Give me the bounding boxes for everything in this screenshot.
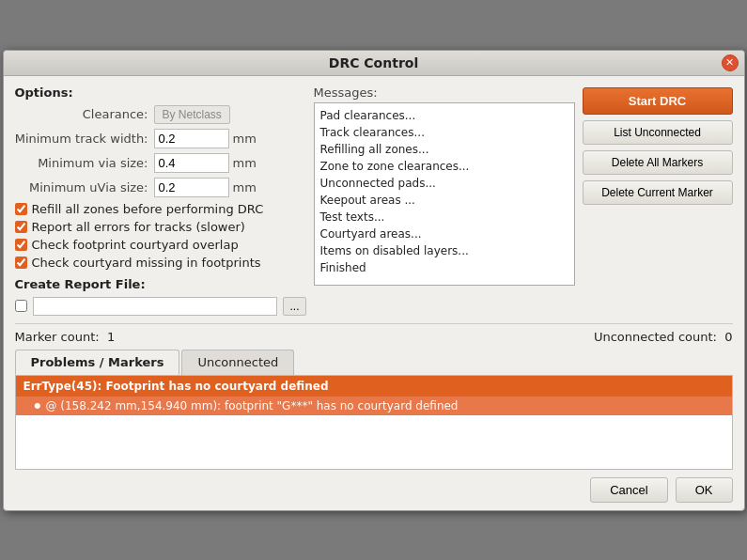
report-file-checkbox[interactable] (15, 300, 27, 312)
check-courtyard-label: Check footprint courtyard overlap (32, 238, 239, 252)
error-sub-item: ● @ (158.242 mm,154.940 mm): footprint "… (16, 397, 732, 415)
checkbox-row-0: Refill all zones before performing DRC (15, 202, 306, 216)
tabs-row: Problems / Markers Unconnected (15, 350, 733, 376)
messages-box[interactable]: Pad clearances... Track clearances... Re… (314, 102, 575, 286)
msg-9: Finished (320, 259, 568, 276)
min-via-size-row: Minimum via size: mm (15, 153, 306, 173)
report-browse-button[interactable]: ... (283, 297, 305, 316)
unconnected-count-value: 0 (724, 330, 732, 344)
min-uvia-size-row: Minimum uVia size: mm (15, 178, 306, 197)
cancel-button[interactable]: Cancel (590, 477, 667, 503)
msg-4: Unconnected pads... (320, 175, 568, 192)
min-uvia-size-input[interactable] (154, 178, 229, 197)
check-courtyard-missing-checkbox[interactable] (15, 257, 27, 269)
checkbox-row-2: Check footprint courtyard overlap (15, 238, 306, 252)
min-track-width-input[interactable] (154, 129, 229, 148)
marker-count-row: Marker count: 1 (15, 330, 116, 344)
title-bar: DRC Control ✕ (4, 51, 744, 76)
marker-count-value: 1 (107, 330, 115, 344)
msg-1: Track clearances... (320, 124, 568, 141)
messages-label: Messages: (314, 86, 575, 100)
options-label: Options: (15, 86, 306, 100)
report-section: Create Report File: ... (15, 277, 306, 316)
checkbox-row-3: Check courtyard missing in footprints (15, 256, 306, 270)
unconnected-count-label: Unconnected count: (594, 330, 717, 344)
refill-zones-checkbox[interactable] (15, 203, 27, 215)
clearance-row: Clearance: By Netclass (15, 105, 306, 124)
error-item-bold-text: ErrType(45): Footprint has no courtyard … (23, 380, 329, 393)
middle-panel: Messages: Pad clearances... Track cleara… (314, 86, 575, 316)
msg-3: Zone to zone clearances... (320, 158, 568, 175)
msg-8: Items on disabled layers... (320, 242, 568, 259)
msg-2: Refilling all zones... (320, 141, 568, 158)
refill-zones-label: Refill all zones before performing DRC (32, 202, 264, 216)
msg-7: Courtyard areas... (320, 226, 568, 242)
close-button[interactable]: ✕ (722, 54, 739, 71)
min-via-size-label: Minimum via size: (15, 156, 154, 170)
bullet-icon: ● (35, 401, 41, 410)
start-drc-button[interactable]: Start DRC (583, 87, 733, 115)
right-panel: Start DRC List Unconnected Delete All Ma… (583, 86, 733, 316)
msg-5: Keepout areas ... (320, 192, 568, 209)
dialog-body: Options: Clearance: By Netclass Minimum … (4, 76, 744, 510)
error-item-main: ErrType(45): Footprint has no courtyard … (16, 376, 732, 397)
marker-count-label: Marker count: (15, 330, 100, 344)
tab-unconnected[interactable]: Unconnected (181, 350, 294, 375)
msg-0: Pad clearances... (320, 107, 568, 124)
error-section: Marker count: 1 Unconnected count: 0 Pro… (15, 323, 733, 470)
left-panel: Options: Clearance: By Netclass Minimum … (15, 86, 306, 316)
min-uvia-size-label: Minimum uVia size: (15, 180, 154, 194)
min-track-width-row: Minimum track width: mm (15, 129, 306, 148)
min-uvia-size-unit: mm (233, 180, 257, 194)
msg-6: Test texts... (320, 209, 568, 226)
report-file-input[interactable] (33, 297, 278, 316)
min-track-width-label: Minimum track width: (15, 132, 154, 146)
delete-current-marker-button[interactable]: Delete Current Marker (583, 180, 733, 205)
counts-row: Marker count: 1 Unconnected count: 0 (15, 330, 733, 344)
report-errors-checkbox[interactable] (15, 221, 27, 233)
top-section: Options: Clearance: By Netclass Minimum … (15, 86, 733, 316)
by-netclass-button[interactable]: By Netclass (154, 105, 230, 124)
clearance-label: Clearance: (15, 107, 154, 121)
dialog-title: DRC Control (329, 55, 418, 70)
ok-button[interactable]: OK (676, 477, 733, 503)
min-track-width-unit: mm (233, 132, 257, 146)
check-courtyard-missing-label: Check courtyard missing in footprints (32, 256, 261, 270)
list-unconnected-button[interactable]: List Unconnected (583, 120, 733, 145)
checkbox-row-1: Report all errors for tracks (slower) (15, 220, 306, 234)
unconnected-count-row: Unconnected count: 0 (594, 330, 733, 344)
min-via-size-unit: mm (233, 156, 257, 170)
min-via-size-input[interactable] (154, 153, 229, 173)
check-courtyard-checkbox[interactable] (15, 239, 27, 251)
delete-all-markers-button[interactable]: Delete All Markers (583, 150, 733, 175)
report-errors-label: Report all errors for tracks (slower) (32, 220, 245, 234)
bottom-buttons: Cancel OK (15, 477, 733, 503)
drc-control-dialog: DRC Control ✕ Options: Clearance: By Net… (3, 50, 745, 511)
errors-list: ErrType(45): Footprint has no courtyard … (15, 376, 733, 470)
error-sub-text: @ (158.242 mm,154.940 mm): footprint "G*… (45, 399, 458, 412)
report-row: ... (15, 297, 306, 316)
tab-problems[interactable]: Problems / Markers (15, 350, 180, 375)
report-label: Create Report File: (15, 277, 306, 291)
